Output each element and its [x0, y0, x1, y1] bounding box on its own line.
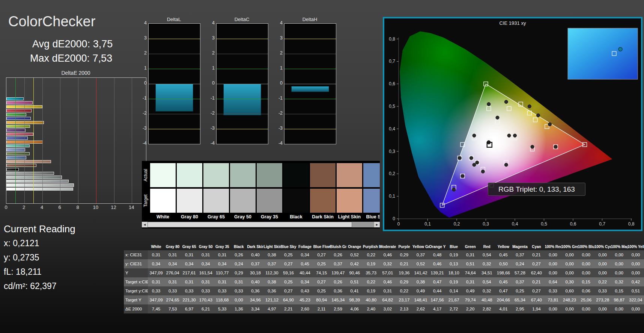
zoom-inset — [568, 28, 638, 79]
reference-line — [284, 129, 336, 129]
table-cell: 0,34 — [181, 259, 197, 268]
table-cell: 0,31 — [379, 286, 396, 295]
measured-marker — [472, 134, 476, 137]
table-column-header: Yellow Green — [412, 244, 429, 250]
table-cell: 0,25 — [313, 259, 330, 268]
table-cell: 274,65 — [164, 295, 181, 304]
y-tick-label: 1 — [206, 65, 215, 71]
table-cell: 0,31 — [148, 277, 164, 286]
table-cell: 0,31 — [164, 277, 181, 286]
swatch-actual-light-skin — [337, 163, 362, 187]
swatch-actual-blue-sky — [363, 163, 380, 187]
swatch-panel[interactable]: ActualTargetWhiteGray 80Gray 65Gray 50Gr… — [142, 161, 380, 229]
scroll-right-button[interactable]: ▶ — [374, 222, 380, 227]
table-cell: 139,21 — [429, 268, 445, 277]
delta-chart-deltah[interactable]: DeltaH43210-1-2-3-4 — [274, 17, 336, 150]
swatch-target-gray-65 — [203, 189, 229, 213]
table-cell: 0,38 — [412, 277, 429, 286]
table-column-header: Blue Sky — [280, 244, 297, 250]
delta-plot — [284, 23, 336, 144]
delta-bar — [223, 84, 261, 115]
table-column-header: 100% Cyan — [594, 244, 611, 250]
deltae-bar-blue-sky — [6, 156, 26, 159]
table-cell: 0,00 — [594, 304, 611, 313]
scrollbar-thumb[interactable] — [147, 222, 352, 227]
swatch-label: Gray 35 — [256, 214, 283, 220]
table-cell: 0,32 — [478, 259, 495, 268]
table-cell: 30,18 — [247, 268, 263, 277]
swatch-scrollbar[interactable]: ◀▶ — [142, 222, 380, 227]
table-column-header: Dark Skin — [247, 244, 263, 250]
table-cell: 0,27 — [313, 277, 330, 286]
table-cell: 0,21 — [396, 259, 412, 268]
scroll-left-button[interactable]: ◀ — [142, 222, 147, 227]
svg-text:0,3: 0,3 — [389, 149, 395, 154]
delta-chart-deltal[interactable]: DeltaL43210-1-2-3-4 — [138, 17, 200, 150]
reference-line — [217, 99, 268, 99]
table-cell: 0,44 — [429, 286, 445, 295]
table-cell: 322,04 — [627, 295, 644, 304]
grid-line — [78, 78, 78, 203]
table-cell: 0,48 — [429, 250, 445, 259]
reference-line — [149, 129, 200, 129]
table-cell: 40,80 — [363, 295, 379, 304]
table-column-header: Gray 65 — [181, 244, 197, 250]
swatch-target-blue-sky — [363, 189, 380, 213]
delta-chart-deltac[interactable]: DeltaC43210-1-2-3-4 — [206, 17, 268, 150]
table-cell: 273,28 — [594, 295, 611, 304]
swatch-label: Gray 50 — [229, 214, 256, 220]
swatch-actual-gray-65 — [203, 163, 229, 187]
measured-marker — [513, 134, 517, 137]
reference-line — [284, 54, 336, 54]
table-cell: 0,31 — [197, 277, 214, 286]
measured-marker — [537, 114, 540, 117]
x-tick-label: 6 — [59, 204, 61, 210]
y-tick-label: -4 — [138, 141, 147, 146]
cie-chart[interactable]: 000,10,10,20,20,30,30,40,40,50,50,60,60,… — [383, 17, 642, 231]
svg-text:0,8: 0,8 — [628, 221, 635, 227]
table-column-header: Foliage — [297, 244, 313, 250]
table-cell: 0,00 — [578, 259, 594, 268]
table-cell: 0,00 — [627, 250, 644, 259]
table-cell: 0,29 — [396, 277, 412, 286]
table-cell: 4,01 — [495, 304, 512, 313]
y-tick-label: 2 — [206, 50, 215, 56]
table-cell: 0,25 — [512, 286, 528, 295]
table-cell: 0,19 — [445, 277, 462, 286]
reference-line — [217, 54, 268, 54]
deltae2000-chart[interactable]: DeltaE 2000 — [6, 70, 146, 213]
table-cell: 0,22 — [396, 286, 412, 295]
table-cell: 0,06 — [578, 286, 594, 295]
table-cell: 65,34 — [512, 295, 528, 304]
table-row: Target Y347,09274,65221,30170,43118,680,… — [124, 295, 644, 304]
reference-line — [15, 78, 16, 203]
table-cell: 0,54 — [478, 277, 495, 286]
deltae2000-chart-title: DeltaE 2000 — [6, 70, 146, 76]
table-cell: 0,33 — [197, 286, 214, 295]
table-cell: 0,36 — [330, 286, 346, 295]
measured-marker — [548, 123, 552, 126]
table-cell: 0,00 — [627, 268, 644, 277]
table-cell: 148,41 — [412, 295, 429, 304]
table-cell: 1,36 — [230, 304, 247, 313]
y-tick-label: 0 — [138, 80, 147, 86]
table-row: Target y:CIE310,330,330,330,330,330,330,… — [124, 286, 644, 295]
grid-line — [24, 78, 25, 203]
y-tick-label: 3 — [206, 35, 215, 41]
swatch-target-black — [283, 189, 309, 213]
table-cell: 0,51 — [627, 286, 644, 295]
table-cell: 139,47 — [330, 268, 346, 277]
table-cell: 0,38 — [263, 277, 280, 286]
x-tick-label: 14 — [129, 204, 134, 210]
deltae-bar-blue-flower — [6, 148, 25, 151]
deltae-bar-bluish-green — [6, 144, 30, 147]
table-cell: 110,77 — [214, 268, 230, 277]
delta-bar — [155, 84, 193, 112]
table-cell: 0,00 — [545, 259, 561, 268]
reference-line — [149, 114, 200, 114]
table-cell: 2,72 — [445, 304, 462, 313]
table-cell: 248,23 — [561, 295, 578, 304]
x-tick-label: 2 — [23, 204, 25, 210]
table-cell: 0,33 — [594, 286, 611, 295]
table-cell: 0,00 — [627, 259, 644, 268]
